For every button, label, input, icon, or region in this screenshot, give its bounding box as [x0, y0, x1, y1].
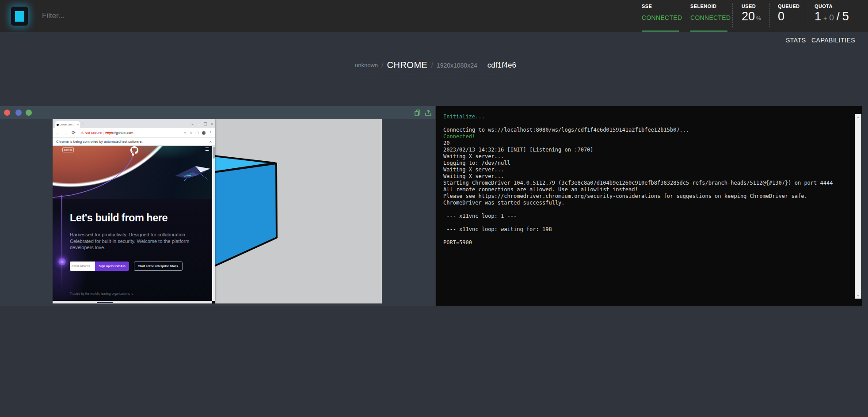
filter-input[interactable]: [42, 8, 228, 24]
side-panel-icon[interactable]: ▢: [195, 131, 199, 135]
quota-label: QUOTA: [815, 4, 833, 9]
quota-total: 5: [842, 10, 849, 23]
github-signup-top-button[interactable]: Sign up: [62, 147, 74, 152]
log-scrollbar[interactable]: ▲ ▼: [855, 114, 861, 299]
log-line: PORT=5900: [443, 239, 848, 246]
forward-icon[interactable]: →: [64, 130, 69, 136]
log-line: Waiting X server...: [443, 167, 848, 173]
session-row[interactable]: unknown / CHROME / 1920x1080x24 cdf1f4e6: [355, 56, 516, 75]
scroll-down-icon[interactable]: ▼: [855, 294, 861, 297]
browser-tabstrip: GitHub: Let's build from he... × + ⌄ – ▢…: [53, 119, 215, 128]
bookmark-star-icon[interactable]: ☆: [189, 131, 192, 135]
traffic-light-blue-icon: [15, 110, 22, 116]
github-heading: Let's build from here: [70, 212, 168, 224]
browser-window-controls: ⌄ – ▢ ×: [191, 121, 213, 127]
used-value: 20: [742, 10, 755, 23]
divider: [732, 4, 733, 27]
address-bar[interactable]: ⚠ Not secure | https ://github.com: [80, 131, 133, 135]
hamburger-menu-icon[interactable]: ☰: [205, 147, 209, 152]
profile-avatar[interactable]: [202, 131, 206, 135]
selenoid-label: SELENOID: [690, 4, 716, 9]
log-line: Starting ChromeDriver 104.0.5112.79 (3cf…: [443, 180, 848, 186]
page-bottom-strip: [53, 301, 212, 303]
session-user: unknown: [355, 62, 378, 68]
sse-connected-underline: [642, 30, 679, 32]
session-log-panel[interactable]: Initialize... Connecting to ws://localho…: [436, 106, 862, 306]
used-unit: %: [756, 15, 761, 22]
page-bottom-mark: [97, 302, 113, 303]
minimize-icon[interactable]: –: [198, 121, 200, 127]
reload-icon[interactable]: ⟳: [72, 130, 76, 136]
quota-current: 1: [815, 10, 821, 23]
share-icon[interactable]: <: [184, 131, 187, 135]
signup-for-github-button[interactable]: Sign up for GitHub: [95, 262, 129, 271]
github-page: Sign up ☰ <> Let's build from here Harne…: [53, 146, 215, 303]
scroll-up-icon[interactable]: ▲: [855, 115, 861, 118]
github-subtext: Harnessed for productivity. Designed for…: [70, 231, 203, 251]
kebab-menu-icon[interactable]: ⋮: [209, 131, 212, 135]
github-logo-icon[interactable]: [130, 146, 138, 154]
log-line: 20: [443, 140, 848, 147]
traffic-light-green-icon: [26, 110, 32, 116]
log-line: All remote connections are allowed. Use …: [443, 186, 848, 193]
purple-glow-line: [61, 195, 62, 288]
toolbar-icons: < ☆ ▢ ⋮: [184, 131, 212, 135]
browser-tab[interactable]: GitHub: Let's build from he... ×: [55, 121, 80, 128]
maximize-icon[interactable]: ▢: [203, 121, 207, 127]
used-counter: USED 20 %: [742, 0, 768, 32]
quota-pending: 0: [829, 13, 834, 23]
tab-capabilities[interactable]: CAPABILITIES: [811, 37, 855, 44]
url-https-struck: https: [105, 131, 113, 135]
browser-scrollbar-thumb[interactable]: [213, 147, 215, 159]
divider: [769, 4, 770, 27]
log-line: Waiting X server...: [443, 153, 848, 160]
sse-label: SSE: [642, 4, 652, 9]
app-logo-icon: [15, 11, 24, 22]
close-icon[interactable]: ×: [211, 121, 213, 127]
new-tab-button[interactable]: +: [82, 121, 84, 125]
quota-counter: QUOTA 1 + 0 / 5: [815, 0, 863, 32]
email-field[interactable]: [70, 262, 95, 271]
queued-value: 0: [778, 10, 784, 23]
log-line: --- x11vnc loop: 1 ---: [443, 213, 848, 220]
divider: [805, 4, 805, 27]
log-line: [443, 206, 848, 213]
tab-stats[interactable]: STATS: [786, 37, 806, 44]
separator: /: [381, 61, 383, 69]
browser-scrollbar[interactable]: [212, 146, 215, 301]
remote-browser-window[interactable]: GitHub: Let's build from he... × + ⌄ – ▢…: [53, 119, 215, 303]
github-hero-image: Sign up ☰: [53, 146, 215, 199]
tab-search-icon[interactable]: ⌄: [191, 121, 194, 127]
log-line: Waiting X server...: [443, 173, 848, 180]
copy-clipboard-icon[interactable]: [414, 109, 422, 117]
separator: /: [431, 61, 433, 69]
infobar-close-icon[interactable]: ×: [209, 140, 212, 144]
topbar: SSE CONNECTED SELENOID CONNECTED USED 20…: [0, 0, 868, 32]
github-favicon: [57, 124, 59, 126]
log-line: --- x11vnc loop: waiting for: 198: [443, 226, 848, 233]
log-line: 2023/02/13 14:32:16 [INIT] [Listening on…: [443, 147, 848, 153]
vnc-header: [0, 106, 435, 119]
vnc-screen[interactable]: GitHub: Let's build from he... × + ⌄ – ▢…: [53, 119, 382, 303]
queued-label: QUEUED: [778, 4, 799, 9]
traffic-light-red-icon: [4, 110, 10, 116]
log-line: Initialize...: [443, 114, 848, 120]
selenoid-value: CONNECTED: [690, 14, 731, 21]
log-line: Please see https://chromedriver.chromium…: [443, 193, 848, 200]
app-logo[interactable]: [11, 7, 28, 26]
automation-infobar: Chrome is being controlled by automated …: [53, 138, 215, 146]
session-browser: CHROME: [387, 60, 428, 70]
not-secure-label: Not secure: [84, 131, 102, 135]
not-secure-warning-icon: ⚠: [80, 131, 84, 135]
sse-value: CONNECTED: [642, 14, 682, 21]
trusted-by-text: Trusted by the world's leading organizat…: [70, 292, 133, 296]
enterprise-trial-button[interactable]: Start a free enterprise trial >: [134, 262, 183, 271]
upload-share-icon[interactable]: [424, 109, 432, 117]
vnc-panel: GitHub: Let's build from he... × + ⌄ – ▢…: [0, 106, 435, 306]
session-id: cdf1f4e6: [487, 61, 516, 70]
tab-close-icon[interactable]: ×: [77, 123, 79, 126]
queued-counter: QUEUED 0: [778, 0, 802, 32]
back-icon[interactable]: ←: [56, 130, 61, 136]
log-line: Connected!: [443, 133, 848, 140]
code-badge-icon: <>: [58, 258, 66, 265]
